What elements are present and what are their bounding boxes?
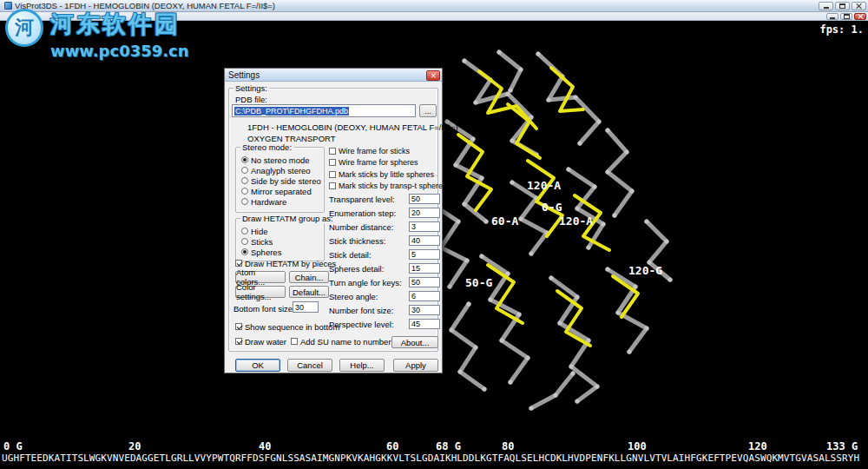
bottom-font-size-input[interactable]: 30 <box>293 301 319 313</box>
checkbox-label: Add SU name to number <box>300 337 391 347</box>
checkbox-mark-sticks-by-transp-t-spheres[interactable]: Mark sticks by transp-t spheres <box>329 181 442 193</box>
radio-label: No stereo mode <box>251 155 310 165</box>
child-restore-button[interactable] <box>840 13 852 20</box>
radio-hardware[interactable]: Hardware <box>241 196 322 207</box>
checkbox-mark-sticks-by-little-spheres[interactable]: Mark sticks by little spheres <box>329 168 442 181</box>
checkbox-add-su-name-to-number[interactable]: Add SU name to number <box>291 336 391 347</box>
stereo-mode-options: No stereo modeAnaglyph stereoSide by sid… <box>241 155 322 207</box>
radio-mirror-separated[interactable]: Mirror separated <box>241 186 322 196</box>
radio-icon <box>241 177 248 184</box>
setting-label: Stick thickness: <box>329 236 385 246</box>
radio-label: Side by side stereo <box>251 176 321 186</box>
maximize-button[interactable] <box>835 2 850 10</box>
radio-sticks[interactable]: Sticks <box>241 236 322 247</box>
checkbox-label: Mark sticks by little spheres <box>339 170 434 179</box>
minimize-button[interactable] <box>819 2 833 10</box>
setting-input[interactable]: 5 <box>409 249 440 260</box>
radio-icon <box>241 198 248 205</box>
ruler-tick: 120 <box>748 440 767 452</box>
radio-hide[interactable]: Hide <box>241 226 322 236</box>
watermark-logo-char: 河 <box>15 15 34 41</box>
sequence-text: UGHFTEEDKATITSLWGKVNVEDAGGETLGRLLVVYPWTQ… <box>2 452 867 464</box>
radio-icon <box>241 156 248 163</box>
checkbox-icon <box>235 323 242 330</box>
checkbox-icon <box>329 159 336 166</box>
radio-icon <box>241 167 248 174</box>
setting-label: Stereo angle: <box>329 292 378 301</box>
setting-input[interactable]: 6 <box>409 291 440 301</box>
child-minimize-button[interactable] <box>826 13 838 20</box>
setting-input[interactable]: 20 <box>409 208 440 218</box>
radio-no-stereo-mode[interactable]: No stereo mode <box>241 155 322 165</box>
close-icon <box>431 73 436 78</box>
chain-button[interactable]: Chain... <box>289 271 329 283</box>
radio-side-by-side-stereo[interactable]: Side by side stereo <box>241 175 322 186</box>
child-window-controls <box>826 13 866 20</box>
watermark-logo-icon: 河 <box>5 9 43 47</box>
checkbox-wire-frame-for-sticks[interactable]: Wire frame for sticks <box>329 145 442 157</box>
apply-button[interactable]: Apply <box>393 359 438 372</box>
radio-anaglyph-stereo[interactable]: Anaglyph stereo <box>241 165 322 175</box>
setting-input[interactable]: 15 <box>409 263 440 274</box>
setting-label: Stick detail: <box>329 250 372 260</box>
app-window: VisProt3DS - 1FDH - HEMOGLOBIN (DEOXY, H… <box>0 0 868 469</box>
stereo-mode-group: Stereo mode: No stereo modeAnaglyph ster… <box>235 147 325 213</box>
radio-label: Mirror separated <box>251 187 312 196</box>
checkbox-icon <box>235 260 242 267</box>
setting-input[interactable]: 30 <box>409 305 440 315</box>
ruler-tick: 60 <box>386 440 398 452</box>
ok-button[interactable]: OK <box>235 359 280 372</box>
setting-row-stick-thickness: Stick thickness:40 <box>329 234 440 248</box>
checkbox-icon <box>329 182 336 189</box>
setting-input[interactable]: 40 <box>409 235 440 246</box>
bottom-font-size-label: Bottom font size: <box>233 304 295 314</box>
radio-icon <box>241 238 248 245</box>
checkbox-icon <box>291 338 298 345</box>
radio-icon <box>241 228 248 234</box>
atom-colors-button[interactable]: Atom colors... <box>235 271 286 283</box>
help-button[interactable]: Help... <box>339 359 385 372</box>
checkbox-draw-water[interactable]: Draw water <box>235 336 286 347</box>
setting-row-spheres-detail: Spheres detail:15 <box>329 261 440 275</box>
pdb-file-label: PDB file: <box>235 95 267 104</box>
settings-group-label: Settings: <box>233 83 269 93</box>
pdb-info-line1: 1FDH - HEMOGLOBIN (DEOXY, HUMAN FETAL F=… <box>247 122 458 132</box>
dialog-titlebar[interactable]: Settings <box>225 69 442 82</box>
setting-label: Turn angle for keys: <box>329 278 402 287</box>
watermark: 河 河东软件园 www.pc0359.cn <box>5 9 189 60</box>
checkbox-label: Draw HETATM by pieces <box>245 259 336 268</box>
stereo-mode-label: Stereo mode: <box>240 142 293 152</box>
setting-row-stick-detail: Stick detail:5 <box>329 248 440 261</box>
setting-row-number-font-size: Number font size:30 <box>329 303 440 317</box>
checkbox-show-sequence-in-bottom[interactable]: Show sequence in bottom <box>235 321 339 332</box>
close-button[interactable] <box>852 2 866 10</box>
cancel-button[interactable]: Cancel <box>287 359 332 372</box>
hetatm-group: Draw HETATM group as: HideSticksSpheres <box>235 218 325 261</box>
dialog-close-button[interactable] <box>426 70 440 81</box>
default-button[interactable]: Default... <box>289 286 329 298</box>
checkbox-label: Draw water <box>245 337 286 347</box>
setting-input[interactable]: 50 <box>409 277 440 287</box>
radio-label: Hardware <box>251 197 286 207</box>
setting-row-stereo-angle: Stereo angle:6 <box>329 289 440 303</box>
pdb-file-input[interactable]: C:\PDB_PROT\FDHGFDHA.pdb <box>232 104 416 117</box>
color-settings-button[interactable]: Color settings... <box>235 286 286 298</box>
radio-label: Sticks <box>251 237 273 247</box>
setting-input[interactable]: 50 <box>409 194 440 204</box>
radio-label: Anaglyph stereo <box>251 166 311 175</box>
checkbox-wire-frame-for-spheres[interactable]: Wire frame for spheres <box>329 157 442 169</box>
close-icon <box>856 3 863 10</box>
setting-input[interactable]: 3 <box>409 221 440 232</box>
child-close-button[interactable] <box>854 13 866 20</box>
about-button[interactable]: About... <box>391 336 438 348</box>
radio-spheres[interactable]: Spheres <box>241 247 322 257</box>
close-icon <box>857 13 864 20</box>
browse-button[interactable]: ... <box>419 104 437 117</box>
settings-dialog: Settings Settings: PDB file: C:\PDB_PROT… <box>224 68 443 373</box>
setting-input[interactable]: 45 <box>409 319 440 329</box>
setting-label: Number distance: <box>329 222 393 232</box>
maximize-icon <box>839 3 845 9</box>
setting-row-perspective-level: Perspective level:45 <box>329 317 440 331</box>
dialog-title: Settings <box>228 70 260 80</box>
checkbox-icon <box>329 171 336 178</box>
